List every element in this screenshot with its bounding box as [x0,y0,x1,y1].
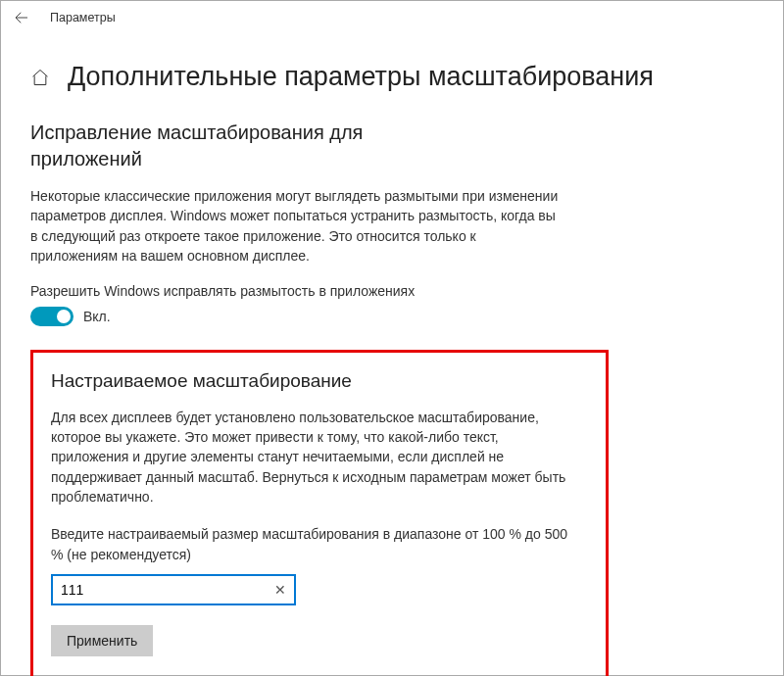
page-title: Дополнительные параметры масштабирования [68,62,654,92]
fix-scaling-title: Исправление масштабирования для приложен… [30,120,383,172]
custom-scaling-input-label: Введите настраиваемый размер масштабиров… [51,524,580,564]
clear-input-button[interactable]: ✕ [270,580,290,600]
custom-scaling-section: Настраиваемое масштабирование Для всех д… [30,350,609,676]
titlebar-label: Параметры [50,11,116,24]
close-icon: ✕ [274,582,286,598]
content-area: Дополнительные параметры масштабирования… [1,34,783,676]
apply-button[interactable]: Применить [51,625,153,656]
home-icon [30,68,50,87]
scale-input-wrapper: ✕ [51,574,296,605]
header-row: Дополнительные параметры масштабирования [30,62,754,92]
back-button[interactable] [13,9,30,26]
toggle-state-label: Вкл. [83,309,111,324]
arrow-left-icon [13,9,30,26]
scale-input[interactable] [51,574,296,605]
fix-scaling-toggle-label: Разрешить Windows исправлять размытость … [30,283,754,299]
home-button[interactable] [30,68,50,87]
custom-scaling-title: Настраиваемое масштабирование [51,368,588,394]
titlebar: Параметры [1,1,783,34]
input-row: ✕ [51,574,588,605]
custom-scaling-description: Для всех дисплеев будет установлено поль… [51,408,580,507]
toggle-row: Вкл. [30,307,754,326]
settings-window: Параметры Дополнительные параметры масшт… [0,0,784,676]
fix-scaling-description: Некоторые классические приложения могут … [30,186,560,266]
fix-scaling-toggle[interactable] [30,307,74,326]
toggle-knob [57,310,71,323]
